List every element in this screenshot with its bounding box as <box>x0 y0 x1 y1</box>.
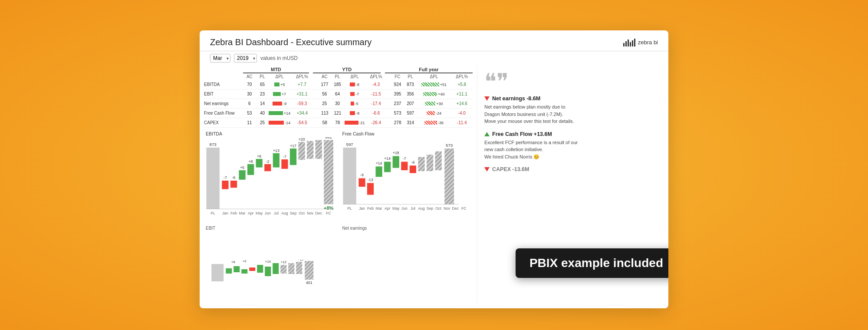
fcf-chart: Free Cash Flow 597 -9 -13 +14 +14 <box>341 131 473 260</box>
charts-area: EBITDA 873 -7 -6 +5 <box>204 129 473 260</box>
logo-text: zebra bi <box>638 39 658 46</box>
svg-text:+12: +12 <box>280 260 286 264</box>
svg-text:Jul: Jul <box>410 206 415 211</box>
col-ac-mtd: AC <box>243 74 256 79</box>
right-panel: ❝❞ Net earnings -8.6M Net earnings below… <box>477 65 668 304</box>
dashboard-title: Zebra BI Dashboard - Executive summary <box>210 37 372 47</box>
svg-rect-52 <box>384 162 391 172</box>
cell-fc-fy: 573 <box>391 111 404 116</box>
svg-text:PL: PL <box>347 206 352 211</box>
svg-text:+14: +14 <box>384 156 391 161</box>
svg-rect-22 <box>307 141 313 159</box>
cell-pl-mtd: 65 <box>256 82 269 87</box>
cell-pct-ytd: -26.4 <box>365 120 387 125</box>
svg-text:Feb: Feb <box>367 206 374 211</box>
svg-text:-6: -6 <box>232 175 236 180</box>
svg-text:+2: +2 <box>243 260 247 263</box>
svg-rect-0 <box>206 148 219 209</box>
cell-ac-mtd: 53 <box>243 111 256 116</box>
svg-rect-62 <box>435 152 441 171</box>
svg-text:-7: -7 <box>224 175 227 180</box>
svg-text:942: 942 <box>325 137 332 139</box>
ebitda-chart-bottom-label: EBIT <box>206 226 336 231</box>
logo-area: zebra bi <box>623 39 658 46</box>
table-row: CAPEX 11 25 -14 -54.5 58 78 -21 -26.4 27… <box>204 118 473 128</box>
cell-fc-fy: 237 <box>391 101 404 106</box>
ebitda-chart: EBITDA 873 -7 -6 +5 <box>204 131 336 260</box>
svg-text:401: 401 <box>306 280 312 285</box>
year-select-wrap[interactable]: 2019 <box>234 54 257 63</box>
svg-text:PL: PL <box>210 211 215 215</box>
insight-2-text: Excellent FCF performance is a result of… <box>484 139 661 161</box>
svg-text:Sep: Sep <box>290 211 297 215</box>
cell-pct-mtd: -54.5 <box>290 120 314 125</box>
svg-text:Nov: Nov <box>443 206 450 211</box>
svg-text:-2: -2 <box>266 159 270 164</box>
svg-rect-90 <box>280 265 286 274</box>
svg-rect-83 <box>226 268 232 274</box>
cell-ac-ytd: 56 <box>318 92 331 96</box>
svg-text:-9: -9 <box>360 173 364 177</box>
cell-pl-fy: 314 <box>404 120 417 125</box>
svg-rect-87 <box>257 265 263 273</box>
svg-text:Mar: Mar <box>375 206 382 211</box>
fcf-chart-svg: 597 -9 -13 +14 +14 +18 -7 <box>341 137 473 224</box>
up-arrow-icon <box>484 132 490 136</box>
svg-text:-7: -7 <box>283 155 286 159</box>
cell-bar-fy: -36 <box>417 121 451 125</box>
svg-rect-2 <box>222 181 228 189</box>
svg-text:+13: +13 <box>273 148 279 153</box>
cell-pct-fy: -11.4 <box>451 120 473 125</box>
svg-text:+14: +14 <box>375 161 382 165</box>
cell-pct-ytd: -6.6 <box>365 111 387 116</box>
svg-rect-48 <box>367 183 373 195</box>
svg-text:+8%: +8% <box>324 205 333 211</box>
ebitda-chart-svg: 873 -7 -6 +5 +8 <box>204 137 336 224</box>
year-select[interactable]: 2019 <box>234 54 257 63</box>
svg-rect-93 <box>305 261 313 280</box>
cell-bar-mtd: +14 <box>269 111 290 116</box>
table-row: Net earnings 6 14 -9 -59.3 25 30 -5 -17.… <box>204 99 473 109</box>
cell-ac-ytd: 58 <box>318 120 331 125</box>
cell-ac-mtd: 30 <box>243 92 256 96</box>
svg-text:FC: FC <box>461 206 467 211</box>
cell-pct-ytd: -17.4 <box>365 101 387 106</box>
col-dpl-mtd: ΔPL <box>269 74 290 79</box>
svg-text:Aug: Aug <box>281 211 288 215</box>
cell-bar-ytd: -8 <box>344 82 365 87</box>
svg-rect-18 <box>290 148 296 165</box>
cell-bar-mtd: +5 <box>269 82 290 87</box>
svg-rect-6 <box>239 170 245 180</box>
svg-rect-4 <box>230 181 237 188</box>
svg-rect-16 <box>281 159 288 169</box>
cell-ac-ytd: 113 <box>318 111 331 116</box>
col-dplpct-ytd: ΔPL% <box>365 74 387 79</box>
col-dpl-fy: ΔPL <box>417 74 451 79</box>
svg-rect-12 <box>264 164 271 171</box>
cell-bar-ytd: -21 <box>344 121 365 125</box>
down-arrow-icon <box>484 96 490 101</box>
col-pl-fy: PL <box>404 74 417 79</box>
svg-rect-91 <box>288 263 294 274</box>
cell-pl-fy: 356 <box>404 92 417 96</box>
svg-text:+5: +5 <box>240 165 244 170</box>
cell-bar-ytd: -7 <box>344 92 365 96</box>
svg-rect-89 <box>273 263 279 274</box>
summary-table: MTD YTD Full year AC PL <box>204 65 473 129</box>
svg-rect-61 <box>426 155 433 171</box>
insight-net-earnings: Net earnings -8.6M Net earnings below pl… <box>484 96 661 125</box>
cell-pl-mtd: 14 <box>256 101 269 106</box>
cell-pct-mtd: +31.1 <box>290 92 314 96</box>
month-select[interactable]: Mar <box>210 54 230 63</box>
svg-text:Oct: Oct <box>435 206 441 211</box>
svg-rect-86 <box>249 267 255 271</box>
svg-text:+18: +18 <box>392 151 399 155</box>
table-row: Free Cash Flow 53 40 +14 +34.4 113 121 -… <box>204 109 473 118</box>
row-label: EBIT <box>204 92 243 96</box>
cell-fc-fy: 395 <box>391 92 404 96</box>
cell-bar-fy: -24 <box>417 111 451 116</box>
month-select-wrap[interactable]: Mar <box>210 54 230 63</box>
row-label: EBITDA <box>204 82 243 87</box>
svg-text:+15: +15 <box>297 260 303 261</box>
svg-text:573: 573 <box>445 143 452 148</box>
